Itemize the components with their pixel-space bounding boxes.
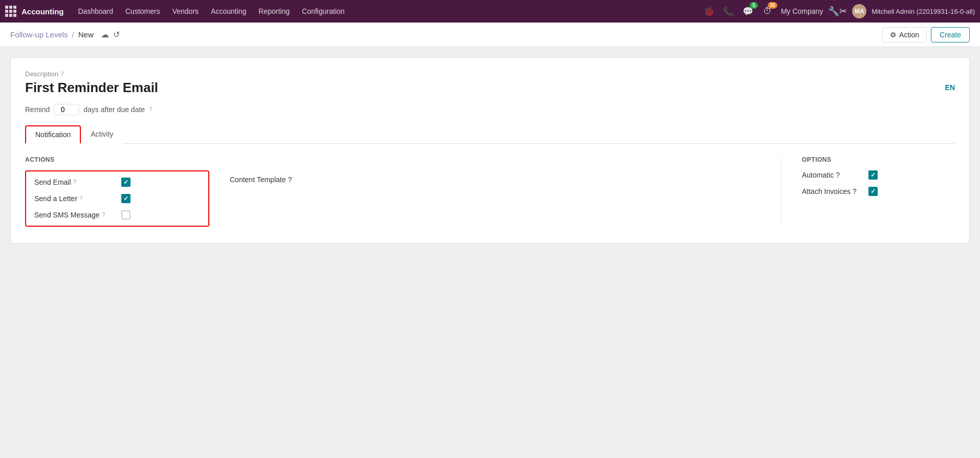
remind-label: Remind: [25, 105, 50, 114]
avatar[interactable]: MA: [852, 4, 866, 18]
title-input[interactable]: [25, 80, 955, 96]
tab-activity[interactable]: Activity: [81, 125, 123, 144]
send-email-label: Send Email ?: [34, 178, 116, 186]
tab-notification[interactable]: Notification: [25, 125, 81, 144]
chat-badge: 5: [750, 2, 758, 9]
breadcrumb-separator: /: [72, 30, 74, 39]
send-sms-row: Send SMS Message ?: [34, 210, 200, 220]
nav-accounting[interactable]: Accounting: [206, 5, 251, 17]
top-navigation: Accounting Dashboard Customers Vendors A…: [0, 0, 980, 23]
nav-vendors[interactable]: Vendors: [167, 5, 204, 17]
automatic-label: Automatic ?: [802, 171, 863, 179]
send-letter-help-icon[interactable]: ?: [79, 195, 83, 202]
description-label: Description ?: [25, 70, 955, 78]
options-column: OPTIONS Automatic ? Attach Invoices: [781, 156, 955, 227]
content-template-help-icon[interactable]: ?: [288, 176, 292, 184]
attach-invoices-row: Attach Invoices ?: [802, 187, 955, 196]
send-letter-label: Send a Letter ?: [34, 194, 116, 203]
automatic-help-icon[interactable]: ?: [836, 171, 840, 179]
breadcrumb-icons: ☁ ↺: [101, 30, 120, 39]
send-email-help-icon[interactable]: ?: [73, 179, 77, 186]
tabs-row: Notification Activity: [25, 125, 955, 144]
days-after-label: days after due date: [83, 105, 145, 114]
app-name[interactable]: Accounting: [21, 7, 64, 16]
send-sms-checkbox[interactable]: [121, 210, 130, 220]
chat-icon[interactable]: 💬 5: [741, 4, 755, 18]
form-card: Description ? EN Remind days after due d…: [10, 57, 970, 244]
action-box: Send Email ? Send a Letter ?: [25, 170, 209, 227]
attach-invoices-help-icon[interactable]: ?: [853, 187, 857, 195]
send-letter-checkbox[interactable]: [121, 194, 130, 203]
tab-content-notification: ACTIONS Send Email ?: [25, 144, 955, 227]
nav-dashboard[interactable]: Dashboard: [73, 5, 119, 17]
user-name[interactable]: Mitchell Admin (22019931-16-0-all): [872, 8, 975, 15]
attach-invoices-label: Attach Invoices ?: [802, 187, 863, 195]
gear-icon: ⚙: [890, 31, 897, 39]
phone-icon[interactable]: 📞: [722, 4, 736, 18]
create-button[interactable]: Create: [931, 27, 970, 42]
automatic-checkbox[interactable]: [868, 170, 878, 180]
nav-configuration[interactable]: Configuration: [297, 5, 350, 17]
save-icon[interactable]: ☁: [101, 30, 109, 39]
send-email-checkbox[interactable]: [121, 178, 130, 187]
actions-column: ACTIONS Send Email ?: [25, 156, 230, 227]
options-section-title: OPTIONS: [802, 156, 955, 163]
two-col-layout: ACTIONS Send Email ?: [25, 156, 955, 227]
actions-section-title: ACTIONS: [25, 156, 209, 163]
send-sms-label: Send SMS Message ?: [34, 211, 116, 219]
send-letter-row: Send a Letter ?: [34, 194, 200, 203]
action-button-label: Action: [899, 31, 919, 39]
clock-badge: 36: [768, 2, 777, 9]
app-grid-icon[interactable]: [5, 6, 16, 17]
breadcrumb-current: New: [78, 30, 94, 39]
send-sms-help-icon[interactable]: ?: [102, 211, 105, 219]
automatic-row: Automatic ?: [802, 170, 955, 180]
nav-reporting[interactable]: Reporting: [253, 5, 295, 17]
action-button[interactable]: ⚙ Action: [882, 27, 927, 42]
content-template-label: Content Template ?: [230, 176, 781, 184]
breadcrumb-parent[interactable]: Follow-up Levels: [10, 30, 68, 39]
discard-icon[interactable]: ↺: [113, 30, 120, 39]
bug-icon[interactable]: 🐞: [702, 4, 716, 18]
remind-days-input[interactable]: [54, 104, 79, 115]
nav-icons-group: 🐞 📞 💬 5 ⏱ 36 My Company 🔧✂ MA Mitchell A…: [702, 4, 975, 18]
days-help-icon[interactable]: ?: [149, 106, 153, 113]
breadcrumb-bar: Follow-up Levels / New ☁ ↺ ⚙ Action Crea…: [0, 23, 980, 47]
nav-customers[interactable]: Customers: [120, 5, 165, 17]
content-column: Content Template ?: [230, 156, 781, 227]
remind-row: Remind days after due date ?: [25, 104, 955, 115]
attach-invoices-checkbox[interactable]: [868, 187, 878, 196]
send-email-row: Send Email ?: [34, 178, 200, 187]
clock-icon[interactable]: ⏱ 36: [760, 4, 775, 18]
description-help-icon[interactable]: ?: [60, 71, 64, 78]
wrench-icon[interactable]: 🔧✂: [828, 6, 847, 17]
main-content: Description ? EN Remind days after due d…: [0, 47, 980, 458]
company-name[interactable]: My Company: [781, 7, 823, 15]
